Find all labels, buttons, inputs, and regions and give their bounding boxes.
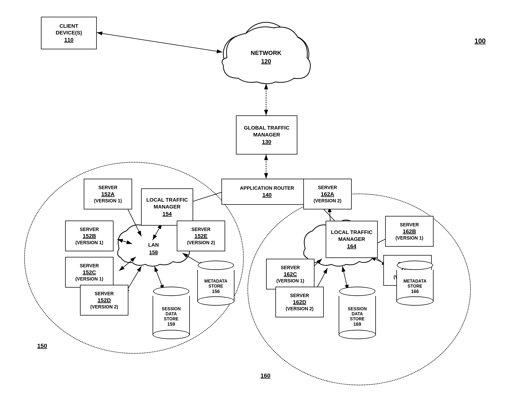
server-152e-label: SERVER	[191, 226, 210, 232]
svg-point-8	[225, 63, 307, 82]
server-152b-id: 152B	[83, 232, 96, 240]
svg-rect-7	[227, 46, 294, 74]
svg-point-6	[264, 48, 298, 82]
ref-160: 160	[260, 372, 270, 379]
server-152d-box: SERVER 152D (VERSION 2)	[80, 285, 128, 315]
app-router-box: APPLICATION ROUTER 140	[222, 179, 313, 205]
ltm-164-box: LOCAL TRAFFIC MANAGER 164	[326, 221, 378, 258]
server-162a-id: 162A	[321, 190, 334, 198]
metadata-156-id: 156	[212, 289, 220, 294]
server-162d-box: SERVER 162D (VERSION 2)	[275, 287, 324, 317]
metadata-store-166-cyl: METADATA STORE 166	[396, 259, 434, 303]
network-cloud	[222, 22, 310, 84]
gtm-label: GLOBAL TRAFFIC MANAGER	[244, 125, 289, 138]
session-169-label: SESSION DATA STORE	[348, 306, 367, 321]
gtm-id: 130	[262, 138, 271, 145]
server-152e-box: SERVER 152E (VERSION 2)	[177, 221, 225, 251]
ltm-154-box: LOCAL TRAFFIC MANAGER 154	[141, 188, 193, 226]
session-store-159: SESSION DATA STORE 159	[152, 285, 190, 337]
svg-line-9	[97, 32, 222, 52]
server-152a-ver: (VERSION 1)	[94, 198, 122, 204]
server-162c-box: SERVER 162C (VERSION 1)	[266, 259, 315, 289]
app-router-label: APPLICATION ROUTER	[240, 185, 294, 191]
server-152a-box: SERVER 152A (VERSION 1)	[84, 179, 132, 209]
server-162b-ver: (VERSION 1)	[395, 235, 423, 241]
svg-point-5	[234, 48, 268, 82]
server-162b-box: SERVER 162B (VERSION 1)	[385, 216, 434, 247]
server-152d-ver: (VERSION 2)	[90, 304, 118, 310]
svg-text:120: 120	[261, 58, 271, 64]
server-152c-ver: (VERSION 1)	[75, 276, 103, 282]
metadata-166-id: 166	[411, 289, 419, 294]
server-152c-box: SERVER 152C (VERSION 1)	[65, 257, 114, 288]
server-152c-id: 152C	[83, 269, 96, 276]
server-152d-id: 152D	[97, 296, 111, 304]
server-152e-ver: (VERSION 2)	[187, 240, 215, 246]
server-152d-label: SERVER	[95, 291, 114, 297]
client-device-id: 110	[64, 36, 74, 43]
session-159-label: SESSION DATA STORE	[162, 306, 181, 321]
server-152b-ver: (VERSION 1)	[75, 240, 103, 246]
server-152e-id: 152E	[195, 232, 208, 240]
server-162c-ver: (VERSION 1)	[276, 278, 304, 284]
server-162c-id: 162C	[284, 270, 297, 278]
ltm-154-label: LOCAL TRAFFIC MANAGER	[146, 197, 188, 210]
svg-text:NETWORK: NETWORK	[251, 50, 281, 56]
ltm-154-id: 154	[162, 210, 172, 217]
server-162a-box: SERVER 162A (VERSION 2)	[303, 179, 352, 209]
server-152a-id: 152A	[101, 190, 115, 198]
region-150-ellipse	[24, 162, 244, 354]
diagram: NETWORK 120 LAN 158 LAN 168 CLIENT DEVIC…	[0, 0, 532, 403]
ltm-164-label: LOCAL TRAFFIC MANAGER	[331, 229, 372, 243]
gtm-box: GLOBAL TRAFFIC MANAGER 130	[236, 115, 297, 154]
session-store-169-cyl: SESSION DATA STORE 169	[339, 285, 376, 337]
metadata-166-label: METADATA STORE	[403, 279, 426, 289]
svg-point-4	[272, 35, 309, 73]
server-162d-id: 162D	[293, 298, 306, 306]
server-162d-label: SERVER	[290, 292, 309, 299]
server-162d-ver: (VERSION 2)	[286, 306, 314, 312]
server-162c-label: SERVER	[281, 264, 300, 271]
metadata-156-label: METADATA STORE	[204, 279, 227, 289]
session-159-id: 159	[167, 321, 175, 327]
metadata-store-156: METADATA STORE 156	[197, 259, 234, 303]
ltm-164-id: 164	[347, 243, 356, 250]
server-162a-label: SERVER	[318, 185, 337, 191]
svg-point-3	[223, 35, 260, 73]
client-device-box: CLIENT DEVICE(S) 110	[41, 17, 97, 49]
ref-150: 150	[37, 343, 47, 349]
session-169-id: 169	[353, 321, 361, 327]
server-162b-label: SERVER	[400, 222, 419, 228]
ref-100: 100	[475, 37, 486, 45]
app-router-id: 140	[262, 191, 272, 198]
server-152b-label: SERVER	[80, 226, 99, 232]
server-152a-label: SERVER	[98, 185, 117, 191]
server-162a-ver: (VERSION 2)	[314, 198, 342, 204]
server-152c-label: SERVER	[80, 263, 99, 269]
server-162b-id: 162B	[403, 228, 416, 235]
svg-point-2	[242, 22, 290, 71]
client-device-label: CLIENT DEVICE(S)	[56, 23, 82, 36]
server-152b-box: SERVER 152B (VERSION 1)	[65, 221, 114, 251]
